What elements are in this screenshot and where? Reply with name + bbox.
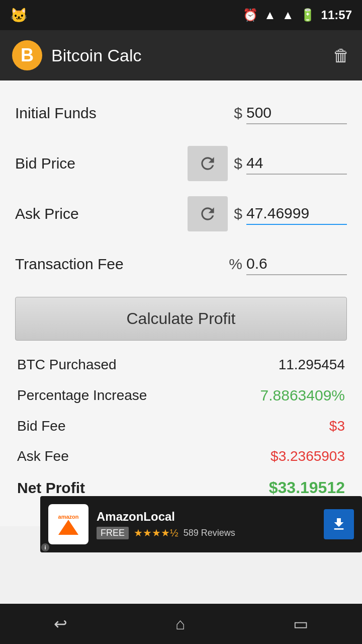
app-bar-left: B Bitcoin Calc [12,40,142,70]
wifi-icon: ▲ [264,8,276,22]
download-icon [331,516,347,532]
percentage-increase-row: Percentage Increase 7.8863409% [15,387,347,404]
bottom-navigation: ↩ ⌂ ▭ [0,604,362,644]
bid-fee-row: Bid Fee $3 [15,418,347,434]
refresh-icon [198,204,217,223]
ad-free-badge: FREE [97,527,129,539]
bid-price-input[interactable] [246,152,347,175]
ask-price-input[interactable] [246,203,347,225]
back-button[interactable]: ↩ [54,614,67,633]
bid-price-refresh-button[interactable] [188,146,228,181]
calculate-profit-button[interactable]: Calculate Profit [15,297,347,341]
delete-button[interactable]: 🗑 [333,46,350,65]
main-content: Initial Funds $ Bid Price $ Ask Price $ … [0,80,362,526]
app-notification-icon: 🐱 [10,7,28,24]
percentage-increase-value: 7.8863409% [260,387,345,404]
status-time: 11:57 [321,8,352,22]
net-profit-value: $33.19512 [269,478,345,497]
battery-icon: 🔋 [300,8,315,22]
recents-button[interactable]: ▭ [293,614,308,633]
ask-price-row: Ask Price $ [15,196,347,231]
status-right: ⏰ ▲ ▲ 🔋 11:57 [243,8,352,22]
btc-purchased-value: 11.295454 [279,357,345,373]
initial-funds-input[interactable] [246,102,347,124]
alarm-icon: ⏰ [243,8,258,22]
ad-reviews: 589 Reviews [184,528,235,538]
ad-stars: ★★★★½ [134,527,178,539]
status-left: 🐱 [10,7,32,24]
ad-download-button[interactable] [324,509,354,539]
ask-price-currency: $ [234,205,242,222]
ad-content: AmazonLocal FREE ★★★★½ 589 Reviews [97,510,316,539]
ask-price-label: Ask Price [15,205,188,222]
signal-icon: ▲ [282,8,294,22]
transaction-fee-currency: % [229,256,242,273]
percentage-increase-label: Percentage Increase [17,387,147,404]
bid-fee-label: Bid Fee [17,418,66,434]
bid-price-row: Bid Price $ [15,146,347,181]
ad-logo-graphic [58,520,78,535]
ask-fee-value: $3.2365903 [270,448,345,464]
home-button[interactable]: ⌂ [175,615,185,633]
ad-title: AmazonLocal [97,510,316,524]
bid-fee-value: $3 [329,418,345,434]
initial-funds-label: Initial Funds [15,105,234,122]
ask-price-refresh-button[interactable] [188,196,228,231]
initial-funds-row: Initial Funds $ [15,96,347,131]
btc-purchased-row: BTC Purchased 11.295454 [15,357,347,373]
ad-app-icon: amazon i [48,504,88,544]
bid-price-label: Bid Price [15,155,188,172]
ad-subtitle: FREE ★★★★½ 589 Reviews [97,527,316,539]
bid-price-currency: $ [234,155,242,172]
app-logo: B [12,40,42,70]
app-bar: B Bitcoin Calc 🗑 [0,30,362,80]
transaction-fee-label: Transaction Fee [15,256,229,273]
transaction-fee-row: Transaction Fee % [15,247,347,282]
ask-fee-label: Ask Fee [17,448,69,464]
net-profit-row: Net Profit $33.19512 [15,478,347,497]
status-bar: 🐱 ⏰ ▲ ▲ 🔋 11:57 [0,0,362,30]
ad-banner[interactable]: amazon i AmazonLocal FREE ★★★★½ 589 Revi… [40,496,362,552]
ask-fee-row: Ask Fee $3.2365903 [15,448,347,464]
btc-purchased-label: BTC Purchased [17,357,117,373]
net-profit-label: Net Profit [17,479,85,497]
svg-marker-0 [58,520,78,535]
refresh-icon [198,154,217,173]
app-title: Bitcoin Calc [51,46,142,65]
transaction-fee-input[interactable] [246,253,347,275]
initial-funds-currency: $ [234,105,242,122]
